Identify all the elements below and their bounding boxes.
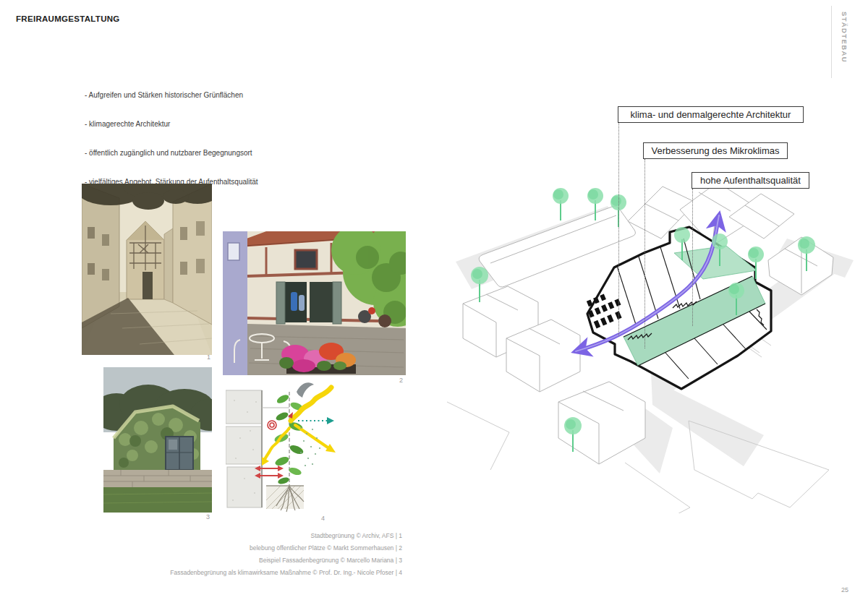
side-label: STÄDTEBAU bbox=[841, 12, 848, 64]
caption-list: Stadtbegrünung © Archiv, AFS | 1 belebun… bbox=[145, 530, 402, 579]
annotation-box-quality: hohe Aufenthaltsqualität bbox=[692, 172, 809, 189]
figure-number-4: 4 bbox=[321, 515, 325, 522]
bullet-item: - klimagerechte Architektur bbox=[85, 119, 258, 129]
caption-line: belebung öffentlicher Plätze © Markt Som… bbox=[145, 542, 402, 554]
photo-green-house bbox=[103, 367, 212, 513]
photo-historic-street bbox=[82, 184, 212, 355]
page-number: 25 bbox=[841, 586, 848, 593]
leader-line-2 bbox=[644, 159, 645, 348]
heat-spiral-icon bbox=[268, 421, 276, 429]
caption-line: Stadtbegrünung © Archiv, AFS | 1 bbox=[145, 530, 402, 542]
photo-2-illustration bbox=[223, 231, 406, 375]
leader-line-1 bbox=[618, 123, 619, 336]
photo-courtyard bbox=[223, 231, 406, 375]
annotation-label: hohe Aufenthaltsqualität bbox=[700, 175, 801, 186]
transpiration-dots bbox=[300, 427, 320, 466]
annotation-box-microclimate: Verbesserung des Mikroklimas bbox=[643, 142, 788, 159]
bullet-item: - Aufgreifen und Stärken historischer Gr… bbox=[85, 90, 258, 100]
focus-building-block bbox=[584, 227, 771, 389]
annotation-label: Verbesserung des Mikroklimas bbox=[651, 145, 779, 156]
caption-line: Fassadenbegrünung als klimawirksame Maßn… bbox=[145, 567, 402, 579]
page-title: FREIRAUMGESTALTUNG bbox=[16, 14, 120, 23]
axonometric-svg bbox=[441, 173, 854, 513]
tree-icon bbox=[553, 188, 569, 220]
facade-greening-diagram bbox=[226, 380, 407, 515]
bullet-item: - öffentlich zugänglich und nutzbarer Be… bbox=[85, 148, 258, 158]
axonometric-diagram bbox=[441, 173, 854, 513]
bird-icon bbox=[297, 382, 314, 398]
photo-3-illustration bbox=[103, 367, 212, 513]
caption-line: Beispiel Fassadenbegrünung © Marcello Ma… bbox=[145, 554, 402, 567]
photo-1-illustration bbox=[82, 184, 212, 355]
annotation-box-architecture: klima- und denmalgerechte Architektur bbox=[618, 106, 804, 123]
leader-line-3 bbox=[692, 189, 693, 326]
soil-roots bbox=[266, 486, 304, 512]
side-rule bbox=[831, 6, 832, 78]
annotation-label: klima- und denmalgerechte Architektur bbox=[631, 109, 791, 120]
figure-number-1: 1 bbox=[207, 353, 210, 361]
figure-4-illustration bbox=[226, 380, 407, 515]
figure-number-3: 3 bbox=[206, 513, 210, 520]
